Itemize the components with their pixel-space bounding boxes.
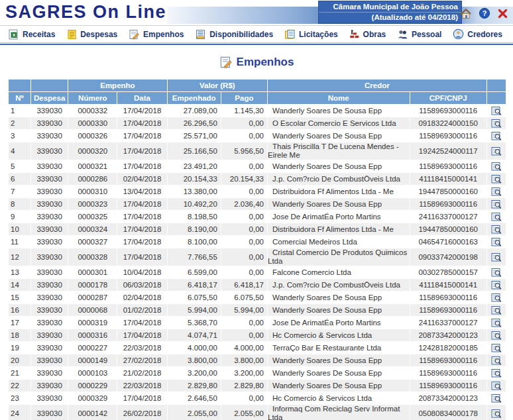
magnifier-document-icon[interactable] bbox=[491, 174, 502, 184]
row-number-cell: 23 bbox=[9, 392, 30, 404]
valor-empenhado-cell: 20.154,33 bbox=[168, 173, 221, 185]
credor-cnpj-cell: 19242524000117 bbox=[410, 142, 486, 160]
detail-icon-cell[interactable] bbox=[487, 392, 506, 404]
detail-icon-cell[interactable] bbox=[487, 173, 506, 185]
detail-icon-cell[interactable] bbox=[487, 354, 506, 366]
row-number-cell: 3 bbox=[9, 130, 30, 142]
table-row: 9 339030 0000325 17/04/2018 8.198,50 0,0… bbox=[9, 211, 506, 223]
detail-icon-cell[interactable] bbox=[487, 317, 506, 329]
close-icon[interactable] bbox=[497, 8, 508, 19]
empenho-numero-cell: 0000320 bbox=[68, 142, 117, 160]
nav-item-credores[interactable]: Credores bbox=[453, 28, 502, 40]
credor-cnpj-cell: 11589693000116 bbox=[410, 160, 486, 172]
magnifier-document-icon[interactable] bbox=[491, 106, 502, 116]
table-row: 20 339030 0000149 27/02/2018 3.800,00 3.… bbox=[9, 354, 506, 366]
magnifier-document-icon[interactable] bbox=[491, 187, 502, 197]
home-icon[interactable] bbox=[460, 8, 472, 19]
detail-icon-cell[interactable] bbox=[487, 279, 506, 291]
magnifier-document-icon[interactable] bbox=[491, 356, 502, 366]
detail-icon-cell[interactable] bbox=[487, 117, 506, 129]
credor-nome-cell: Wanderly Soares De Sousa Epp bbox=[268, 160, 410, 172]
valor-empenhado-cell: 2.646,50 bbox=[168, 392, 221, 404]
magnifier-document-icon[interactable] bbox=[491, 237, 502, 247]
magnifier-document-icon[interactable] bbox=[491, 146, 502, 156]
detail-icon-cell[interactable] bbox=[487, 198, 506, 210]
column-header-data: Data bbox=[117, 92, 166, 104]
detail-icon-cell[interactable] bbox=[487, 142, 506, 160]
empenho-numero-cell: 0000321 bbox=[68, 160, 117, 172]
group-header-valor: Valor (R$) bbox=[168, 79, 267, 91]
detail-icon-cell[interactable] bbox=[487, 211, 506, 223]
credor-nome-cell: Cristal Comercio De Produtos Quimicos Lt… bbox=[268, 248, 410, 266]
row-number-cell: 24 bbox=[9, 405, 30, 420]
detail-icon-cell[interactable] bbox=[487, 304, 506, 316]
magnifier-document-icon[interactable] bbox=[491, 318, 502, 328]
detail-icon-cell[interactable] bbox=[487, 329, 506, 341]
detail-icon-cell[interactable] bbox=[487, 223, 506, 235]
magnifier-document-icon[interactable] bbox=[491, 252, 502, 262]
empenho-data-cell: 10/04/2018 bbox=[117, 266, 166, 278]
magnifier-document-icon[interactable] bbox=[491, 343, 502, 353]
nav-item-empenhos[interactable]: Empenhos bbox=[129, 29, 184, 40]
detail-icon-cell[interactable] bbox=[487, 367, 506, 379]
detail-icon-cell[interactable] bbox=[487, 236, 506, 248]
magnifier-document-icon[interactable] bbox=[491, 293, 502, 303]
table-row: 17 339030 0000319 17/04/2018 5.368,70 0,… bbox=[9, 317, 506, 329]
nav-item-disponibilidades[interactable]: Disponibilidades bbox=[195, 29, 273, 40]
people-icon bbox=[397, 29, 408, 39]
empenho-data-cell: 06/03/2018 bbox=[117, 279, 166, 291]
document-pencil-icon bbox=[219, 56, 233, 69]
credor-nome-cell: Informaq Com Reciclag Serv Informat Ltda bbox=[268, 405, 410, 420]
nav-label: Despesas bbox=[80, 30, 117, 39]
empenho-data-cell: 22/03/2018 bbox=[117, 380, 166, 392]
magnifier-document-icon[interactable] bbox=[491, 409, 502, 419]
magnifier-document-icon[interactable] bbox=[491, 331, 502, 341]
table-row: 19 339030 0000227 22/03/2018 4.000,00 4.… bbox=[9, 342, 506, 354]
empenho-data-cell: 17/04/2018 bbox=[117, 236, 166, 248]
header-spacer bbox=[31, 79, 68, 91]
detail-icon-cell[interactable] bbox=[487, 380, 506, 392]
magnifier-document-icon[interactable] bbox=[491, 394, 502, 403]
column-header-pago: Pago bbox=[221, 92, 267, 104]
detail-icon-cell[interactable] bbox=[487, 266, 506, 278]
credor-cnpj-cell: 05080834000178 bbox=[410, 405, 486, 420]
detail-icon-cell[interactable] bbox=[487, 185, 506, 197]
top-bar: SAGRES On Line Câmara Municipal de João … bbox=[0, 0, 513, 25]
detail-icon-cell[interactable] bbox=[487, 160, 506, 172]
detail-icon-cell[interactable] bbox=[487, 130, 506, 142]
nav-item-despesas[interactable]: Despesas bbox=[66, 29, 117, 40]
magnifier-document-icon[interactable] bbox=[491, 162, 502, 172]
row-number-cell: 10 bbox=[9, 223, 30, 235]
magnifier-document-icon[interactable] bbox=[491, 381, 502, 391]
nav-item-pessoal[interactable]: Pessoal bbox=[397, 29, 441, 39]
detail-icon-cell[interactable] bbox=[487, 342, 506, 354]
magnifier-document-icon[interactable] bbox=[491, 199, 502, 209]
page-title: Empenhos bbox=[237, 56, 294, 69]
empenho-numero-cell: 0000323 bbox=[68, 198, 117, 210]
magnifier-document-icon[interactable] bbox=[491, 131, 502, 141]
despesa-cell: 339030 bbox=[31, 317, 68, 329]
empenho-numero-cell: 0000310 bbox=[68, 185, 117, 197]
credor-cnpj-cell: 00302785000157 bbox=[410, 266, 486, 278]
help-icon[interactable]: ? bbox=[479, 7, 490, 19]
despesa-cell: 339030 bbox=[31, 405, 68, 420]
nav-item-licitacoes[interactable]: Licitações bbox=[284, 29, 338, 40]
nav-item-obras[interactable]: Obras bbox=[349, 29, 386, 39]
row-number-cell: 6 bbox=[9, 173, 30, 185]
detail-icon-cell[interactable] bbox=[487, 291, 506, 303]
magnifier-document-icon[interactable] bbox=[491, 268, 502, 278]
magnifier-document-icon[interactable] bbox=[491, 225, 502, 235]
detail-icon-cell[interactable] bbox=[487, 105, 506, 117]
magnifier-document-icon[interactable] bbox=[491, 212, 502, 222]
empenho-numero-cell: 0000316 bbox=[68, 329, 117, 341]
detail-icon-cell[interactable] bbox=[487, 405, 506, 420]
valor-pago-cell: 6.418,17 bbox=[221, 279, 267, 291]
nav-item-receitas[interactable]: x Receitas bbox=[8, 29, 55, 40]
detail-icon-cell[interactable] bbox=[487, 248, 506, 266]
valor-pago-cell: 0,00 bbox=[221, 160, 267, 172]
magnifier-document-icon[interactable] bbox=[491, 368, 502, 378]
magnifier-document-icon[interactable] bbox=[491, 119, 502, 129]
magnifier-document-icon[interactable] bbox=[491, 305, 502, 315]
magnifier-document-icon[interactable] bbox=[491, 280, 502, 290]
credor-nome-cell: Distribuidora Ff Alimentos Ltda - Me bbox=[268, 223, 410, 235]
